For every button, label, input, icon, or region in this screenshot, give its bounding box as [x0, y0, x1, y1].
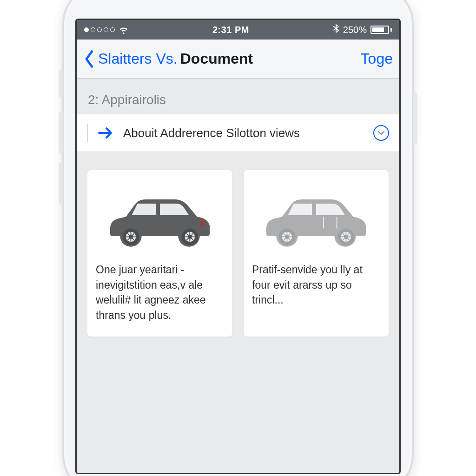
list-row-label: Abouit Addrerence Silotton views	[123, 126, 364, 140]
back-button-label[interactable]: Slaitters Vs.	[98, 50, 178, 67]
list-row-about[interactable]: Abouit Addrerence Silotton views	[77, 114, 399, 152]
nav-action-button[interactable]: Toge	[361, 50, 393, 67]
phone-side-button	[59, 112, 63, 153]
car-icon	[96, 179, 224, 262]
card-grid: One juar yearitari - inevigitstition eas…	[77, 152, 399, 347]
content-area: 2: Appirairolis Abouit Addrerence Silott…	[77, 79, 399, 347]
bluetooth-icon	[333, 24, 339, 35]
back-chevron-icon[interactable]	[83, 50, 96, 68]
phone-side-button	[59, 70, 63, 98]
phone-frame: 2:31 PM 250% Slaitters Vs. Document Toge	[62, 0, 414, 476]
battery-percent: 250%	[343, 25, 367, 35]
arrow-right-icon	[97, 125, 114, 141]
card-caption: One juar yearitari - inevigitstition eas…	[96, 262, 224, 323]
status-bar: 2:31 PM 250%	[77, 20, 399, 40]
section-header: 2: Appirairolis	[77, 79, 399, 114]
phone-side-button	[59, 163, 63, 205]
nav-bar: Slaitters Vs. Document Toge	[77, 40, 399, 79]
row-divider	[87, 124, 88, 142]
page-title: Document	[180, 50, 253, 67]
phone-side-button	[413, 93, 417, 144]
card-caption: Pratif-senvide you lly at four evit arar…	[252, 262, 380, 308]
svg-rect-14	[201, 220, 204, 226]
battery-icon	[370, 26, 392, 34]
expand-circle-icon[interactable]	[373, 125, 389, 141]
signal-strength-icon	[84, 27, 115, 32]
status-time: 2:31 PM	[212, 25, 249, 35]
screen: 2:31 PM 250% Slaitters Vs. Document Toge	[75, 19, 401, 474]
card-item[interactable]: Pratif-senvide you lly at four evit arar…	[243, 170, 389, 337]
wifi-icon	[119, 25, 129, 35]
car-icon	[252, 179, 380, 262]
card-item[interactable]: One juar yearitari - inevigitstition eas…	[87, 170, 233, 337]
